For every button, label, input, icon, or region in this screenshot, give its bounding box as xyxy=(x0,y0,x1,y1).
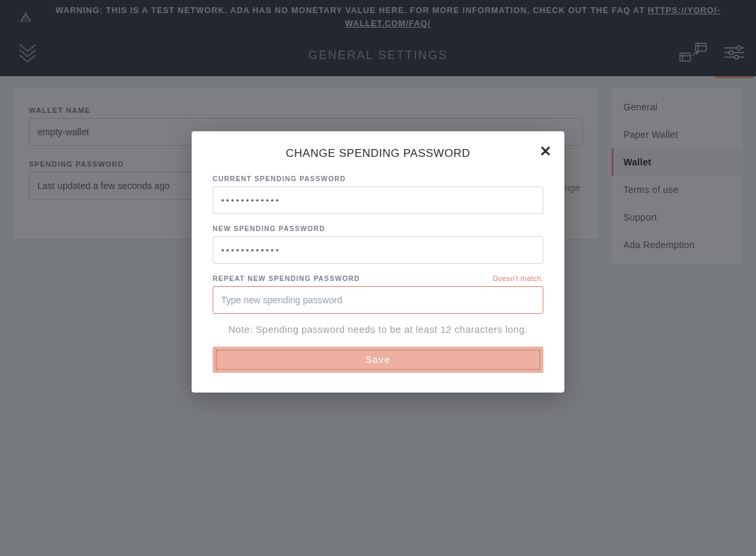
repeat-password-error: Doesn't match. xyxy=(493,274,543,282)
password-length-note: Note: Spending password needs to be at l… xyxy=(213,324,543,335)
new-password-input[interactable] xyxy=(213,236,543,264)
modal-overlay[interactable]: CHANGE SPENDING PASSWORD ✕ CURRENT SPEND… xyxy=(0,0,756,556)
repeat-password-input[interactable] xyxy=(213,286,543,314)
current-password-label: CURRENT SPENDING PASSWORD xyxy=(213,175,543,182)
modal-title: CHANGE SPENDING PASSWORD xyxy=(213,147,543,160)
new-password-label: NEW SPENDING PASSWORD xyxy=(213,225,543,232)
change-password-modal: CHANGE SPENDING PASSWORD ✕ CURRENT SPEND… xyxy=(192,131,564,393)
close-icon[interactable]: ✕ xyxy=(539,143,551,160)
save-button[interactable]: Save xyxy=(213,347,543,373)
current-password-input[interactable] xyxy=(213,186,543,214)
repeat-password-label: REPEAT NEW SPENDING PASSWORD xyxy=(213,274,360,282)
